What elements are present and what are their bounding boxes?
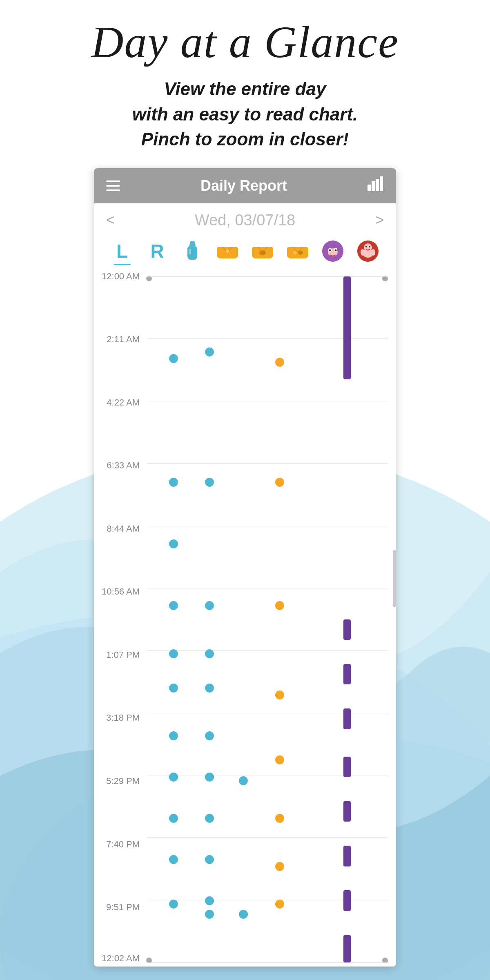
right-breast-dot-2[interactable]	[205, 478, 214, 487]
time-label-6: 1:07 PM	[94, 650, 143, 660]
bottle-dot-1[interactable]	[239, 776, 248, 785]
left-breast-dot-2[interactable]	[169, 478, 178, 487]
svg-point-28	[365, 246, 367, 247]
diaper-dot-6[interactable]	[275, 814, 284, 823]
right-breast-dot-6[interactable]	[205, 731, 214, 740]
svg-rect-9	[189, 244, 196, 246]
grid-line-8	[147, 775, 388, 775]
svg-rect-4	[368, 185, 371, 191]
header-bar: Daily Report	[94, 168, 396, 203]
category-filter-row: L R	[94, 233, 396, 272]
right-breast-dot-11[interactable]	[205, 910, 214, 919]
grid-line-2	[147, 401, 388, 401]
left-breast-dot-9[interactable]	[169, 814, 178, 823]
svg-rect-6	[376, 179, 379, 191]
scrollbar[interactable]	[393, 550, 396, 607]
svg-point-12	[226, 249, 229, 253]
category-left-breast-button[interactable]: L	[108, 237, 136, 265]
category-both-diaper-button[interactable]	[284, 237, 312, 265]
timeline-chart[interactable]: 12:00 AM 2:11 AM 4:22 AM 6:33 AM 8:44 AM…	[94, 272, 396, 967]
sleep-bar-midnight	[343, 276, 351, 379]
grid-line-4	[147, 526, 388, 526]
grid-line-1	[147, 339, 388, 339]
chart-plot-area	[147, 276, 388, 962]
right-breast-dot-4[interactable]	[205, 649, 214, 658]
svg-point-14	[293, 251, 296, 254]
app-subtitle: View the entire day with an easy to read…	[132, 76, 358, 152]
category-wet-diaper-button[interactable]	[214, 237, 241, 265]
grid-line-3	[147, 463, 388, 464]
grid-line-11	[147, 962, 388, 963]
grid-line-9	[147, 837, 388, 838]
sleep-bar-1	[343, 619, 351, 640]
svg-rect-7	[380, 176, 383, 191]
bottle-dot-2[interactable]	[239, 910, 248, 919]
left-breast-dot-1[interactable]	[169, 354, 178, 363]
right-breast-dot-7[interactable]	[205, 773, 214, 782]
grid-line-5	[147, 588, 388, 588]
svg-point-30	[361, 249, 365, 256]
right-breast-dot-5[interactable]	[205, 684, 214, 693]
svg-point-15	[298, 251, 303, 255]
category-right-breast-button[interactable]: R	[143, 237, 171, 265]
time-label-2: 4:22 AM	[94, 397, 143, 408]
left-breast-dot-3[interactable]	[169, 539, 178, 548]
time-label-11: 12:02 AM	[94, 953, 143, 964]
time-label-9: 7:40 PM	[94, 839, 143, 850]
svg-rect-5	[372, 181, 375, 191]
sleep-bar-2	[343, 664, 351, 684]
time-label-10: 9:51 PM	[94, 902, 143, 913]
time-label-5: 10:56 AM	[94, 586, 143, 597]
diaper-dot-1[interactable]	[275, 358, 284, 367]
left-breast-dot-6[interactable]	[169, 684, 178, 693]
category-bottle-button[interactable]	[178, 237, 206, 265]
sleep-bar-7	[343, 890, 351, 911]
right-breast-dot-8[interactable]	[205, 814, 214, 823]
time-label-8: 5:29 PM	[94, 776, 143, 786]
left-breast-dot-5[interactable]	[169, 649, 178, 658]
right-breast-dot-3[interactable]	[205, 601, 214, 610]
left-breast-dot-4[interactable]	[169, 601, 178, 610]
sleep-bar-5	[343, 801, 351, 822]
chart-view-icon[interactable]	[368, 176, 384, 195]
time-axis: 12:00 AM 2:11 AM 4:22 AM 6:33 AM 8:44 AM…	[94, 272, 147, 967]
diaper-dot-4[interactable]	[275, 690, 284, 699]
diaper-dot-5[interactable]	[275, 755, 284, 764]
prev-date-button[interactable]: <	[106, 212, 115, 229]
left-breast-dot-8[interactable]	[169, 773, 178, 782]
sleep-bar-6	[343, 846, 351, 866]
svg-point-31	[371, 249, 375, 256]
left-breast-dot-10[interactable]	[169, 855, 178, 864]
category-sleep-button[interactable]: 😴 z	[319, 237, 347, 265]
right-breast-dot-10[interactable]	[205, 896, 214, 905]
grid-line-7	[147, 713, 388, 713]
hamburger-menu-button[interactable]	[106, 180, 120, 191]
svg-rect-11	[189, 249, 191, 254]
daily-report-card: Daily Report < Wed, 03/07/18 > L	[94, 168, 396, 967]
sleep-bar-4	[343, 757, 351, 777]
diaper-dot-8[interactable]	[275, 900, 284, 909]
svg-rect-10	[187, 246, 197, 260]
current-date: Wed, 03/07/18	[195, 212, 295, 229]
svg-rect-8	[190, 241, 195, 245]
diaper-dot-2[interactable]	[275, 478, 284, 487]
time-label-1: 2:11 AM	[94, 334, 143, 345]
time-label-4: 8:44 AM	[94, 523, 143, 534]
svg-point-24	[335, 249, 337, 251]
diaper-dot-3[interactable]	[275, 601, 284, 610]
right-breast-dot-9[interactable]	[205, 855, 214, 864]
left-breast-dot-11[interactable]	[169, 900, 178, 909]
time-label-0: 12:00 AM	[94, 272, 143, 282]
right-breast-dot-1[interactable]	[205, 347, 214, 356]
time-label-3: 6:33 AM	[94, 460, 143, 471]
sleep-bar-8	[343, 935, 351, 962]
category-dirty-diaper-button[interactable]	[249, 237, 276, 265]
grid-line-10	[147, 900, 388, 900]
left-breast-dot-7[interactable]	[169, 731, 178, 740]
svg-point-29	[369, 246, 370, 247]
next-date-button[interactable]: >	[375, 212, 384, 229]
header-title: Daily Report	[200, 177, 287, 194]
app-title: Day at a Glance	[91, 0, 399, 68]
diaper-dot-7[interactable]	[275, 862, 284, 871]
category-growth-button[interactable]	[354, 237, 382, 265]
